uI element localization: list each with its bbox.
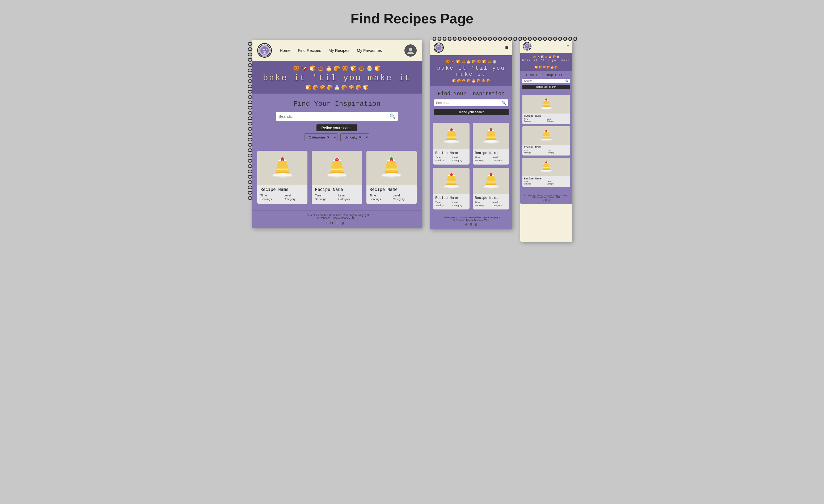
recipe-card-1[interactable]: Recipe Name Time Level Servings Category — [257, 151, 307, 204]
recipe-card-3[interactable]: Recipe Name Time Level Servings Category — [367, 151, 417, 204]
tablet-search-input[interactable] — [436, 101, 502, 105]
mobile-recipe-name-1: Recipe Name — [524, 115, 569, 117]
mobile-card-1[interactable]: Recipe Name Time Level Servings Category — [522, 95, 570, 124]
svg-point-34 — [392, 159, 392, 160]
mobile-hero: 🥨 🍫 🍞 🍩 🎂 🥐 🧁 bake it 'til you make it 🍞… — [520, 53, 572, 71]
svg-point-91 — [545, 162, 547, 164]
svg-rect-65 — [486, 184, 496, 185]
mobile-recipe-name-3: Recipe Name — [524, 177, 569, 180]
hamburger-menu[interactable]: ≡ — [505, 44, 509, 51]
tablet-social-3[interactable]: ◎ — [475, 222, 477, 226]
tablet-servings-1: Servings — [435, 159, 450, 162]
mobile-hero-title: bake it 'til you make it — [520, 59, 572, 65]
categories-dropdown[interactable]: Categories ▼ Cakes Cookies Breads — [305, 133, 337, 141]
recipe-card-2[interactable]: Recipe Name Time Level Servings Category — [312, 151, 362, 204]
svg-marker-9 — [277, 161, 288, 165]
svg-point-53 — [490, 128, 492, 131]
svg-rect-82 — [543, 138, 550, 138]
level-label-3: Level — [393, 194, 413, 197]
mobile-github-icon[interactable]: ⊙ — [542, 199, 544, 202]
difficulty-dropdown[interactable]: Difficulty ▼ Easy Medium Hard — [340, 133, 369, 141]
search-input[interactable] — [279, 114, 390, 118]
svg-point-77 — [545, 99, 547, 101]
svg-rect-44 — [446, 139, 456, 140]
nav-avatar[interactable] — [404, 44, 417, 57]
svg-point-67 — [490, 173, 492, 176]
mobile-card-img-3 — [522, 158, 570, 176]
mobile-hamburger[interactable]: ≡ — [567, 44, 570, 48]
tablet-search-section: Find Your Inspiration 🔍 Refine your sear… — [430, 86, 512, 120]
tablet-card-2[interactable]: Recipe Name Time Level Servings Category — [473, 123, 509, 165]
nav-my-favourites[interactable]: My Favourites — [357, 48, 382, 53]
mobile-content: bake ≡ 🥨 🍫 🍞 🍩 🎂 🥐 🧁 bake it 'til you ma… — [520, 40, 572, 204]
nav-home[interactable]: Home — [280, 48, 290, 53]
nav-logo: bake it bake — [257, 43, 272, 58]
tablet-recipe-info-4: Recipe Name Time Level Servings Category — [473, 194, 509, 207]
tablet-refine-label: Refine your search — [434, 109, 509, 115]
tablet-footer-author: © Rebecca Tracey-Timoney 2021 — [435, 219, 507, 221]
svg-point-13 — [282, 160, 282, 160]
category-label-2: Category — [338, 198, 359, 201]
mobile-search-section: Find Your Inspiration 🔍 Refine your sear… — [520, 71, 572, 93]
tablet-recipe-info-3: Recipe Name Time Level Servings Category — [433, 194, 470, 207]
social-icon-3[interactable]: ◎ — [341, 221, 344, 225]
tablet-card-1[interactable]: Recipe Name Time Level Servings Category — [433, 123, 470, 165]
tablet-time-4: Time — [475, 201, 490, 204]
desktop-nav: bake it bake Home Find Recipes My Recipe… — [252, 40, 422, 61]
tablet-nav-logo: bake it bake — [434, 42, 444, 53]
mobile-recipe-info-1: Recipe Name Time Level Servings Category — [522, 113, 570, 122]
tablet-servings-3: Servings — [435, 204, 450, 207]
tablet-category-3: Category — [452, 204, 468, 207]
nav-my-recipes[interactable]: My Recipes — [329, 48, 349, 53]
svg-rect-10 — [276, 172, 289, 173]
mockups-container: bake it bake Home Find Recipes My Recipe… — [5, 40, 819, 242]
svg-text:bake: bake — [526, 45, 528, 46]
tablet-footer-copyright: The recipes on this site reserve their o… — [435, 216, 507, 219]
recipe-info-3: Recipe Name Time Level Servings Category — [367, 185, 417, 201]
search-button[interactable]: 🔍 — [390, 113, 395, 119]
footer-copyright: The recipes on this site reserve their o… — [257, 214, 417, 217]
tablet-recipe-name-3: Recipe Name — [435, 196, 468, 200]
svg-marker-88 — [543, 163, 549, 165]
desktop-content: bake it bake Home Find Recipes My Recipe… — [252, 40, 422, 228]
mobile-refine-button[interactable]: Refine your search — [522, 85, 570, 89]
time-label-1: Time — [261, 194, 281, 197]
svg-point-23 — [336, 160, 337, 160]
tablet-social-2[interactable]: ⊞ — [470, 222, 473, 226]
tablet-footer: The recipes on this site reserve their o… — [430, 213, 512, 229]
recipes-grid: Recipe Name Time Level Servings Category — [257, 151, 417, 204]
tablet-find-inspiration: Find Your Inspiration — [434, 91, 509, 97]
mobile-social-3[interactable]: ◎ — [548, 199, 550, 202]
recipe-meta-1: Time Level Servings Category — [261, 194, 304, 201]
mobile-time-2: Time — [524, 149, 546, 151]
footer-icons: ⊙ ⊞ ◎ — [257, 221, 417, 225]
mobile-meta-2: Time Level Servings Category — [524, 149, 569, 154]
mobile-card-3[interactable]: Recipe Name Time Level Servings Category — [522, 158, 570, 187]
find-inspiration-label: Find Your Inspiration — [257, 100, 417, 108]
svg-text:bake it: bake it — [263, 48, 267, 50]
mobile-recipe-info-2: Recipe Name Time Level Servings Category — [522, 145, 570, 154]
social-icon-2[interactable]: ⊞ — [335, 221, 338, 225]
mobile-card-img-1 — [522, 95, 570, 113]
category-label-1: Category — [284, 198, 305, 201]
svg-text:bake it: bake it — [437, 46, 440, 47]
mobile-search-input[interactable] — [524, 80, 565, 82]
nav-find-recipes[interactable]: Find Recipes — [298, 48, 321, 53]
svg-point-60 — [450, 173, 453, 176]
svg-point-72 — [541, 107, 552, 109]
mobile-card-2[interactable]: Recipe Name Time Level Servings Category — [522, 126, 570, 156]
tablet-card-3[interactable]: Recipe Name Time Level Servings Category — [433, 168, 470, 209]
mobile-social-2[interactable]: ⊞ — [545, 199, 547, 202]
svg-point-14 — [283, 159, 283, 160]
tablet-search-button[interactable]: 🔍 — [502, 101, 506, 105]
svg-point-17 — [327, 173, 346, 177]
svg-point-48 — [484, 140, 499, 143]
svg-marker-29 — [386, 161, 397, 165]
servings-label-3: Servings — [370, 198, 390, 201]
desktop-footer: The recipes on this site reserve their o… — [252, 210, 422, 228]
github-icon[interactable]: ⊙ — [330, 221, 333, 225]
mobile-search-button[interactable]: 🔍 — [565, 80, 569, 82]
tablet-card-4[interactable]: Recipe Name Time Level Servings Category — [473, 168, 509, 209]
svg-point-22 — [335, 158, 339, 161]
tablet-github-icon[interactable]: ⊙ — [465, 222, 468, 226]
